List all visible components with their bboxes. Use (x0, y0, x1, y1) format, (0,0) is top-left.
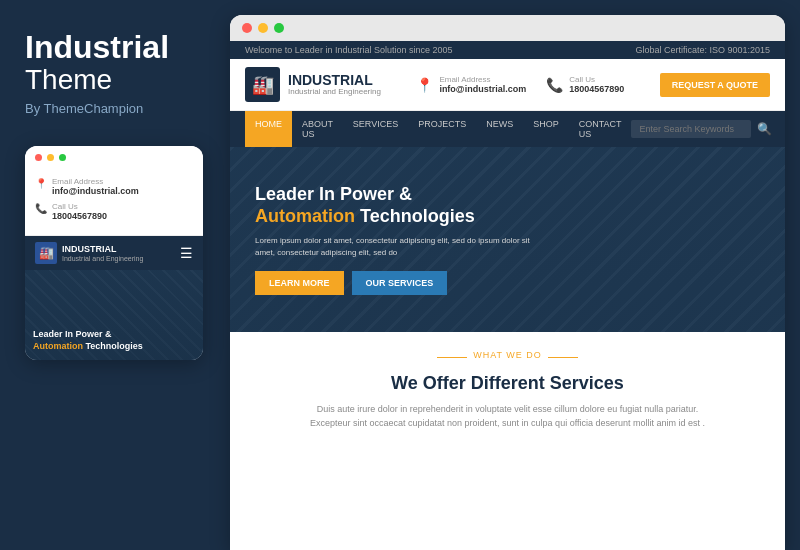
nav-projects[interactable]: PROJECTS (408, 111, 476, 147)
hero-line2: Automation Technologies (255, 206, 535, 228)
site-phone-icon: 📞 (546, 77, 563, 93)
hero-content: Leader In Power & Automation Technologie… (255, 184, 535, 295)
mobile-email-label: Email Address (52, 177, 139, 186)
search-input[interactable] (631, 120, 751, 138)
mobile-email-icon: 📍 (35, 178, 47, 189)
left-panel: Industrial Theme By ThemeChampion 📍 Emai… (0, 0, 230, 550)
mobile-email-value: info@industrial.com (52, 186, 139, 196)
mobile-hero-line1: Leader In Power & (33, 329, 112, 339)
site-email-val: info@industrial.com (439, 84, 526, 94)
hero-auto-text: Automation (255, 206, 355, 226)
services-eyebrow-line: WHAT WE DO (255, 350, 760, 365)
site-logo-sub: Industrial and Engineering (288, 87, 381, 96)
services-desc: Duis aute irure dolor in reprehenderit i… (308, 402, 708, 431)
mobile-phone-icon: 📞 (35, 203, 47, 214)
mobile-nav: 🏭 INDUSTRIAL Industrial and Engineering … (25, 236, 203, 270)
browser-dot-red[interactable] (242, 23, 252, 33)
nav-shop[interactable]: SHOP (523, 111, 569, 147)
site-top-left: Welcome to Leader in Industrial Solution… (245, 45, 452, 55)
browser-chrome (230, 15, 785, 41)
mobile-email-item: 📍 Email Address info@industrial.com (35, 177, 193, 196)
mobile-logo-text: INDUSTRIAL Industrial and Engineering (62, 245, 143, 262)
site-email-icon: 📍 (416, 77, 433, 93)
site-email-item: 📍 Email Address info@industrial.com (416, 75, 526, 94)
eyebrow-hr-left (437, 357, 467, 358)
mobile-phone-label: Call Us (52, 202, 107, 211)
our-services-button[interactable]: OUR SERVICES (352, 271, 448, 295)
mobile-phone-value: 18004567890 (52, 211, 107, 221)
nav-services[interactable]: SERVICES (343, 111, 408, 147)
site-top-bar: Welcome to Leader in Industrial Solution… (230, 41, 785, 59)
site-logo-area: 🏭 INDUSTRIAL Industrial and Engineering (245, 67, 381, 102)
mobile-top-bar (25, 146, 203, 169)
hero-tech-text: Technologies (355, 206, 475, 226)
site-phone-val: 18004567890 (569, 84, 624, 94)
site-email-label: Email Address (439, 75, 526, 84)
mobile-phone-item: 📞 Call Us 18004567890 (35, 202, 193, 221)
nav-search: 🔍 (631, 120, 772, 138)
site-logo-text: INDUSTRIAL Industrial and Engineering (288, 73, 381, 96)
brand-theme: Theme (25, 65, 205, 96)
mobile-hero-line3: Technologies (83, 341, 143, 351)
browser-dot-green[interactable] (274, 23, 284, 33)
site-header: 🏭 INDUSTRIAL Industrial and Engineering … (230, 59, 785, 111)
mobile-logo-sub: Industrial and Engineering (62, 255, 143, 262)
right-panel: Welcome to Leader in Industrial Solution… (230, 15, 785, 550)
mobile-logo-name: INDUSTRIAL (62, 245, 143, 255)
hero-desc: Lorem ipsum dolor sit amet, consectetur … (255, 235, 535, 259)
mobile-dot-green (59, 154, 66, 161)
nav-contact[interactable]: CONTACT US (569, 111, 632, 147)
hero-buttons: LEARN MORE OUR SERVICES (255, 271, 535, 295)
eyebrow-hr-right (548, 357, 578, 358)
mobile-hero-text: Leader In Power & Automation Technologie… (33, 329, 143, 352)
site-top-right: Global Certificate: ISO 9001:2015 (635, 45, 770, 55)
nav-home[interactable]: HOME (245, 111, 292, 147)
mobile-logo-icon: 🏭 (35, 242, 57, 264)
site-logo-name: INDUSTRIAL (288, 73, 381, 87)
hero-line1: Leader In Power & (255, 184, 535, 206)
site-nav: HOME ABOUT US SERVICES PROJECTS NEWS SHO… (230, 111, 785, 147)
site-contact-info: 📍 Email Address info@industrial.com 📞 Ca… (416, 75, 624, 94)
site-phone-item: 📞 Call Us 18004567890 (546, 75, 624, 94)
search-icon[interactable]: 🔍 (757, 122, 772, 136)
brand-industrial: Industrial (25, 30, 205, 65)
quote-button[interactable]: REQUEST A QUOTE (660, 73, 770, 97)
mobile-contact-area: 📍 Email Address info@industrial.com 📞 Ca… (25, 169, 203, 236)
site-logo-icon: 🏭 (245, 67, 280, 102)
mobile-hero-auto: Automation (33, 341, 83, 351)
services-section: WHAT WE DO We Offer Different Services D… (230, 332, 785, 550)
nav-news[interactable]: NEWS (476, 111, 523, 147)
mobile-dot-red (35, 154, 42, 161)
mobile-mockup: 📍 Email Address info@industrial.com 📞 Ca… (25, 146, 203, 360)
services-title: We Offer Different Services (255, 373, 760, 394)
site-phone-label: Call Us (569, 75, 624, 84)
nav-items: HOME ABOUT US SERVICES PROJECTS NEWS SHO… (245, 111, 631, 147)
mobile-hamburger-icon[interactable]: ☰ (180, 245, 193, 261)
browser-dot-yellow[interactable] (258, 23, 268, 33)
learn-more-button[interactable]: LEARN MORE (255, 271, 344, 295)
site-hero: Leader In Power & Automation Technologie… (230, 147, 785, 332)
services-eyebrow: WHAT WE DO (473, 350, 542, 360)
mobile-hero: Leader In Power & Automation Technologie… (25, 270, 203, 360)
brand-title: Industrial Theme By ThemeChampion (25, 30, 205, 116)
mobile-logo-area: 🏭 INDUSTRIAL Industrial and Engineering (35, 242, 143, 264)
nav-about[interactable]: ABOUT US (292, 111, 343, 147)
mobile-dot-yellow (47, 154, 54, 161)
brand-subtitle: By ThemeChampion (25, 102, 205, 116)
